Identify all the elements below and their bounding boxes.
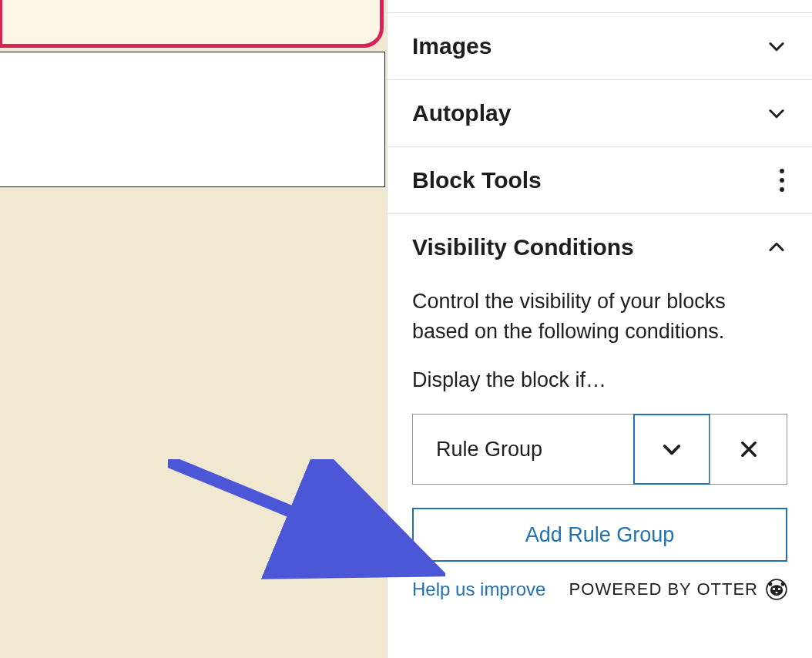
rule-group-remove-button[interactable] bbox=[710, 415, 787, 484]
chevron-down-icon bbox=[766, 102, 787, 124]
rule-group-expand-button[interactable] bbox=[633, 414, 710, 485]
svg-point-4 bbox=[773, 588, 775, 590]
kebab-menu-icon[interactable] bbox=[780, 169, 787, 192]
chevron-down-icon bbox=[766, 35, 787, 57]
panel-visibility-header[interactable]: Visibility Conditions bbox=[388, 214, 812, 280]
editor-canvas bbox=[0, 0, 387, 658]
chevron-down-icon bbox=[659, 437, 684, 462]
panel-visibility-title: Visibility Conditions bbox=[412, 234, 634, 260]
panel-block-tools: Block Tools bbox=[388, 147, 812, 214]
panel-autoplay: Autoplay bbox=[388, 80, 812, 147]
panel-images-header[interactable]: Images bbox=[388, 13, 812, 79]
powered-by-text: POWERED BY OTTER bbox=[569, 579, 758, 599]
svg-point-7 bbox=[781, 582, 785, 586]
powered-by-label: POWERED BY OTTER bbox=[569, 579, 787, 600]
help-us-improve-link[interactable]: Help us improve bbox=[412, 579, 545, 600]
add-rule-group-button[interactable]: Add Rule Group bbox=[412, 508, 787, 562]
panel-block-tools-title: Block Tools bbox=[412, 167, 542, 193]
visibility-display-label: Display the block if… bbox=[412, 368, 787, 392]
visibility-description: Control the visibility of your blocks ba… bbox=[412, 287, 787, 347]
svg-point-3 bbox=[770, 585, 783, 596]
chevron-up-icon bbox=[766, 237, 787, 258]
selected-block[interactable] bbox=[0, 0, 384, 48]
rule-group-label: Rule Group bbox=[413, 415, 634, 484]
panel-images: Images bbox=[388, 13, 812, 80]
panel-visibility-conditions: Visibility Conditions Control the visibi… bbox=[388, 214, 812, 616]
panel-images-title: Images bbox=[412, 33, 492, 59]
panel-autoplay-header[interactable]: Autoplay bbox=[388, 80, 812, 146]
close-icon bbox=[738, 438, 760, 460]
panel-footer: Help us improve POWERED BY OTTER bbox=[412, 579, 787, 600]
block-settings-sidebar: Images Autoplay Block Tools Visibility C… bbox=[387, 0, 812, 658]
svg-point-8 bbox=[775, 592, 777, 593]
rule-group-row: Rule Group bbox=[412, 414, 787, 485]
svg-point-5 bbox=[778, 588, 780, 590]
panel-block-tools-header[interactable]: Block Tools bbox=[388, 147, 812, 213]
unselected-block[interactable] bbox=[0, 52, 385, 187]
panel-visibility-body: Control the visibility of your blocks ba… bbox=[388, 280, 812, 616]
panel-autoplay-title: Autoplay bbox=[412, 100, 511, 126]
svg-point-6 bbox=[768, 582, 772, 586]
sidebar-top-spacer bbox=[388, 0, 812, 13]
otter-logo-icon bbox=[766, 579, 787, 600]
